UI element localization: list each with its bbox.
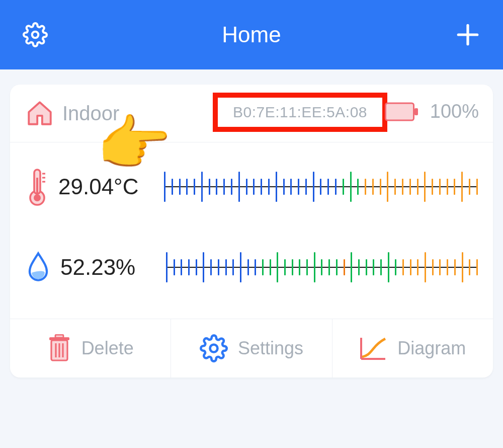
action-label: Diagram <box>397 338 466 359</box>
action-label: Settings <box>238 338 303 359</box>
device-header[interactable]: Indoor B0:7E:11:EE:5A:08 100% 👈 <box>10 85 493 142</box>
device-label: Indoor <box>62 102 119 125</box>
mac-address-highlight: B0:7E:11:EE:5A:08 <box>213 93 387 132</box>
svg-rect-8 <box>36 178 38 198</box>
svg-rect-4 <box>414 108 418 115</box>
diagram-button[interactable]: Diagram <box>332 319 493 378</box>
battery-status: 100% <box>385 101 479 122</box>
house-icon <box>25 99 54 128</box>
page-title: Home <box>50 22 453 47</box>
svg-rect-14 <box>55 335 63 338</box>
settings-button[interactable] <box>20 20 50 50</box>
app-header: Home <box>0 0 503 69</box>
water-drop-icon <box>25 251 51 283</box>
metrics-section: 29.04°C 52.23% <box>10 142 493 319</box>
chart-icon <box>359 336 387 361</box>
plus-icon <box>455 22 480 47</box>
svg-point-0 <box>32 32 39 38</box>
battery-percent: 100% <box>430 101 479 122</box>
mac-address: B0:7E:11:EE:5A:08 <box>233 104 367 121</box>
trash-icon <box>47 334 71 362</box>
thermometer-icon <box>25 168 49 206</box>
gear-icon <box>23 22 48 47</box>
humidity-scale <box>166 252 478 282</box>
card-actions: Delete Settings Diagram <box>10 319 493 378</box>
temperature-value: 29.04°C <box>58 174 164 199</box>
settings-card-button[interactable]: Settings <box>171 319 332 378</box>
battery-icon <box>385 102 419 122</box>
delete-button[interactable]: Delete <box>10 319 171 378</box>
svg-rect-3 <box>385 103 413 120</box>
action-label: Delete <box>81 338 134 359</box>
humidity-row[interactable]: 52.23% <box>25 226 478 304</box>
temperature-row[interactable]: 29.04°C <box>25 142 478 226</box>
device-card: Indoor B0:7E:11:EE:5A:08 100% 👈 <box>10 85 493 378</box>
humidity-value: 52.23% <box>60 255 166 280</box>
svg-point-18 <box>210 345 217 352</box>
gear-icon <box>200 334 228 362</box>
add-button[interactable] <box>453 20 483 50</box>
temperature-scale <box>164 172 478 202</box>
